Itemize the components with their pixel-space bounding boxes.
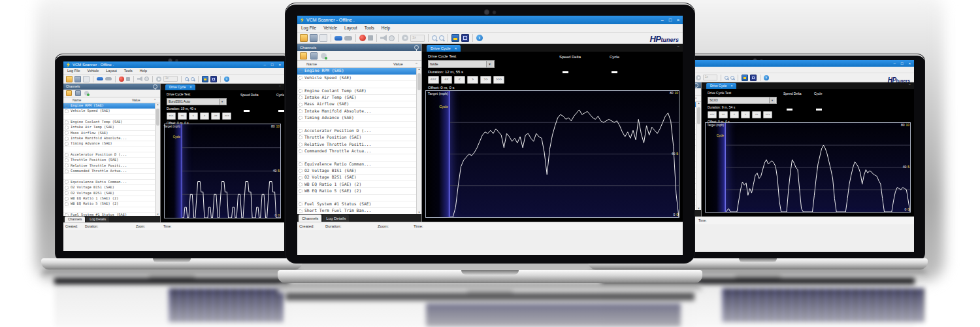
WB EQ Ratio 1 (SAE) (2)[interactable]: WB EQ Ratio 1 (SAE) (2) [63,196,155,201]
display-options-icon[interactable] [451,34,459,42]
zoom-in-icon[interactable] [725,76,728,80]
Fuel System #1 Status (SAE)[interactable]: Fuel System #1 Status (SAE) [63,213,155,216]
Accelerator Position D (...[interactable]: Accelerator Position D (... [297,128,416,135]
channels-scrollbar[interactable]: ▲▼ [155,103,160,216]
Engine Coolant Temp (SAE)[interactable]: Engine Coolant Temp (SAE) [63,120,155,125]
drive-cycle-chart[interactable]: 8010 405 00 [726,123,910,212]
Accelerator Position D (...[interactable]: Accelerator Position D (... [63,152,155,158]
toolbar-separator[interactable] [472,34,473,42]
info-icon[interactable] [764,75,769,80]
zoom-in-icon[interactable] [185,77,189,81]
channel-row[interactable] [63,207,155,213]
channel-row[interactable] [63,174,155,179]
menu-item[interactable]: Tools [124,69,133,73]
drive-cycle-chart[interactable]: 8010 405 00 [182,124,280,218]
Timing Advance (SAE)[interactable]: Timing Advance (SAE) [297,114,416,121]
toolbar-separator[interactable] [133,76,134,82]
toolbar-separator[interactable] [355,34,356,42]
Fuel System #1 Status (SAE)[interactable]: Fuel System #1 Status (SAE) [297,201,416,208]
toolbar-separator[interactable] [152,76,153,82]
Intake Air Temp (SAE)[interactable]: Intake Air Temp (SAE) [63,125,155,130]
horn-test-icon[interactable] [137,77,142,82]
save-log-copy-icon[interactable] [83,76,90,82]
save-log-icon[interactable] [310,34,318,42]
Timing Advance (SAE)[interactable]: Timing Advance (SAE) [63,141,155,146]
display-options-icon[interactable] [202,76,208,82]
Mass Airflow (SAE)[interactable]: Mass Airflow (SAE) [63,131,155,136]
cycle-nav-button[interactable]: >>> [222,112,231,120]
toolbar-separator[interactable] [428,34,429,42]
toolbar-separator[interactable] [220,76,221,82]
pin-icon[interactable] [153,84,157,89]
pin-icon[interactable] [414,45,419,50]
display-options-icon[interactable] [742,75,748,81]
record-icon[interactable] [359,35,366,41]
Vehicle Speed (SAE)[interactable]: Vehicle Speed (SAE) [297,75,416,81]
toolbar-separator[interactable] [93,76,93,82]
toolbar-separator[interactable] [181,76,182,82]
vehicle-connect-icon[interactable] [335,36,342,41]
zoom-out-icon[interactable] [439,35,444,41]
Engine RPM (SAE)[interactable]: Engine RPM (SAE) [63,103,155,109]
channel-add-icon[interactable] [321,53,327,59]
drive-cycle-test-select[interactable]: Euro5501 Auto▼ [167,98,227,105]
drive-cycle-test-select[interactable]: hwfe▼ [428,60,495,68]
panel-minimize-icon[interactable]: − [677,44,679,48]
Commanded Throttle Actua...[interactable]: Commanded Throttle Actua... [297,148,416,154]
save-log-copy-icon[interactable] [319,34,327,42]
power-icon[interactable] [389,35,395,41]
Intake Air Temp (SAE)[interactable]: Intake Air Temp (SAE) [297,95,416,101]
cycle-nav-button[interactable]: >> [480,76,491,84]
layout-save-icon[interactable] [750,75,757,81]
layout-save-icon[interactable] [210,76,217,82]
O2 Voltage B2S1 (SAE)[interactable]: O2 Voltage B2S1 (SAE) [63,191,155,196]
horn-test-icon[interactable] [380,35,387,41]
info-icon[interactable] [476,35,483,41]
Relative Throttle Positi...[interactable]: Relative Throttle Positi... [63,164,155,169]
close-button[interactable]: × [278,63,281,67]
zoom-out-icon[interactable] [730,76,734,80]
open-log-icon[interactable] [66,76,73,82]
Throttle Position (SAE)[interactable]: Throttle Position (SAE) [63,158,155,163]
tab-log-details[interactable]: Log Details [323,215,349,222]
stop-icon[interactable] [126,77,130,81]
maximize-button[interactable]: □ [901,61,904,65]
WB EQ Ratio 5 (SAE) (2)[interactable]: WB EQ Ratio 5 (SAE) (2) [297,188,416,194]
chevron-down-icon[interactable]: ▼ [486,61,493,67]
Intake Manifold Absolute...[interactable]: Intake Manifold Absolute... [297,108,416,114]
toolbar-separator[interactable] [198,76,199,82]
cycle-nav-button[interactable]: > [467,76,478,84]
menu-item[interactable]: Log File [301,26,316,31]
vehicle-connect-icon[interactable] [97,77,103,80]
channel-row[interactable] [297,122,416,128]
cycle-nav-button[interactable]: >>> [493,76,504,84]
play-icon[interactable] [156,77,161,82]
Relative Throttle Positi...[interactable]: Relative Throttle Positi... [297,141,416,148]
Intake Manifold Absolute...[interactable]: Intake Manifold Absolute... [63,136,155,141]
WB EQ Ratio 1 (SAE) (2)[interactable]: WB EQ Ratio 1 (SAE) (2) [297,181,416,188]
tab-channels[interactable]: Channels [65,216,85,222]
O2 Voltage B1S1 (SAE)[interactable]: O2 Voltage B1S1 (SAE) [63,185,155,190]
Throttle Position (SAE)[interactable]: Throttle Position (SAE) [297,135,416,141]
cycle-nav-button[interactable]: > [200,112,209,120]
zoom-out-icon[interactable] [191,77,195,81]
tab-drive-cycle[interactable]: Drive Cycle× [706,83,736,89]
channel-row[interactable] [63,114,155,120]
cycle-nav-button[interactable]: >> [211,112,220,120]
Equivalence Ratio Comman...[interactable]: Equivalence Ratio Comman... [297,162,416,168]
toolbar-separator[interactable] [115,76,116,82]
menu-item[interactable]: Tools [365,26,374,31]
menu-item[interactable]: Vehicle [88,69,99,73]
channel-row[interactable] [63,147,155,152]
toolbar-separator[interactable] [331,34,331,42]
channel-config-open-icon[interactable] [300,52,307,60]
zoom-in-icon[interactable] [432,35,437,41]
cycle-nav-button[interactable]: <<< [708,111,717,118]
cycle-nav-button[interactable]: < [454,76,465,84]
chevron-down-icon[interactable]: ▼ [219,99,225,105]
Engine Coolant Temp (SAE)[interactable]: Engine Coolant Temp (SAE) [297,88,416,95]
stop-icon[interactable] [368,35,373,41]
close-button[interactable]: × [908,61,911,65]
channel-row[interactable] [297,195,416,201]
chevron-down-icon[interactable]: ▼ [769,97,775,103]
